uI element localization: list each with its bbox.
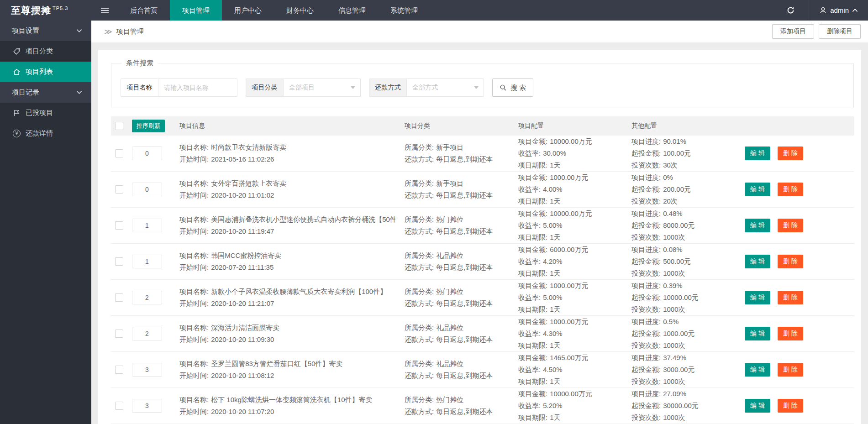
project-config-cell: 项目金额:10000.00万元 收益率:5.20% 项目期限:1天 [518,388,631,424]
field-label: 开始时间: [179,155,209,163]
field-label: 项目金额: [518,137,547,145]
delete-button[interactable]: 删 除 [778,219,803,232]
row-checkbox[interactable] [115,402,123,410]
topnav-item-dashboard[interactable]: 后台首页 [118,0,170,21]
sort-order-input[interactable] [132,219,162,232]
row-checkbox[interactable] [115,330,123,338]
project-name: 新款小个子风衣温柔收腰薄款气质大衣寄卖利润【100件】 [211,288,387,295]
chevron-up-icon [852,8,858,12]
edit-button[interactable]: 编 辑 [745,363,770,377]
sort-order-input[interactable] [132,327,162,340]
edit-button[interactable]: 编 辑 [745,219,770,232]
topnav-item-finance[interactable]: 财务中心 [274,0,326,21]
sort-order-input[interactable] [132,291,162,304]
edit-button[interactable]: 编 辑 [745,327,770,340]
edit-button[interactable]: 编 辑 [745,291,770,304]
row-checkbox[interactable] [115,293,123,302]
project-category-cell: 所属分类:热门摊位 还款方式:每日返息,到期还本 [405,394,518,418]
row-checkbox[interactable] [115,366,123,374]
sort-order-input[interactable] [132,183,162,196]
page-title: 项目管理 [116,27,144,36]
field-label: 所属分类: [405,288,434,295]
repay-method-value: 每日返息,到期还本 [436,372,493,379]
project-config-cell: 项目金额:10000.00万元 收益率:5.00% 项目期限:1天 [518,208,631,243]
field-label: 项目期限: [518,233,547,241]
project-name-group: 项目名称 [121,79,237,97]
project-category-cell: 所属分类:礼品摊位 还款方式:每日返息,到期还本 [405,322,518,345]
row-checkbox[interactable] [115,257,123,266]
row-checkbox[interactable] [115,185,123,194]
repay-method-select[interactable]: 全部方式 [407,79,484,96]
row-checkbox[interactable] [115,149,123,157]
delete-button[interactable]: 删 除 [778,363,803,377]
sort-order-input[interactable] [132,147,162,160]
sidebar-item-label: 项目分类 [26,47,53,56]
delete-button[interactable]: 删 除 [778,147,803,160]
delete-button[interactable]: 删 除 [778,399,803,413]
sort-refresh-button[interactable]: 排序刷新 [132,120,165,132]
field-label: 开始时间: [179,299,209,307]
row-actions: 编 辑 删 除 [742,363,854,377]
project-name: 女外穿百搭短款上衣寄卖 [211,179,286,187]
sort-order-input[interactable] [132,399,162,413]
refresh-icon[interactable] [773,0,809,21]
delete-button[interactable]: 删 除 [778,183,803,196]
topnav-item-info[interactable]: 信息管理 [326,0,378,21]
sidebar-item-project-records[interactable]: 项目记录 [0,82,91,103]
delete-button[interactable]: 删 除 [778,255,803,268]
field-label: 项目进度: [631,318,661,325]
min-invest-value: 8000.00元 [663,221,694,229]
row-checkbox[interactable] [115,221,123,230]
field-label: 收益率: [518,221,541,229]
amount-value: 1000.00万元 [550,318,588,325]
sidebar-item-label: 已投项目 [26,109,53,117]
search-button-label: 搜 索 [510,84,526,92]
topnav-item-users[interactable]: 用户中心 [222,0,274,21]
add-project-button[interactable]: 添加项目 [772,24,814,39]
topnav-item-projects[interactable]: 项目管理 [170,0,222,21]
sidebar-item-label: 项目记录 [12,88,39,97]
edit-button[interactable]: 编 辑 [745,399,770,413]
selected-value: 全部方式 [412,84,438,92]
select-caret-icon [474,86,479,89]
topnav-item-system[interactable]: 系统管理 [378,0,430,21]
field-label: 起投金额: [631,293,661,301]
field-label: 项目进度: [631,137,661,145]
search-row: 项目名称 项目分类 全部项目 还款方式 全部方式 [121,79,844,97]
field-label: 投资次数: [631,197,661,205]
select-all-checkbox[interactable] [115,122,123,130]
user-menu[interactable]: admin [809,0,868,21]
edit-button[interactable]: 编 辑 [745,147,770,160]
project-category-select[interactable]: 全部项目 [284,79,360,96]
sort-order-input[interactable] [132,363,162,377]
column-header-other: 其他配置 [631,122,742,130]
row-actions: 编 辑 删 除 [742,147,854,160]
sidebar-item-invested-projects[interactable]: 已投项目 [0,103,91,123]
search-button[interactable]: 搜 索 [492,79,533,97]
delete-button[interactable]: 删 除 [778,327,803,340]
project-category-cell: 所属分类:礼品摊位 还款方式:每日返息,到期还本 [405,358,518,382]
sidebar-item-project-category[interactable]: 项目分类 [0,41,91,62]
start-time: 2020-10-20 11:21:07 [211,299,274,307]
table-row: 项目名称:美国惠浦折叠洗衣机小型迷你便携式自动内衣裤分桶洗【50件】寄卖 开始时… [111,208,854,244]
sort-order-input[interactable] [132,255,162,268]
edit-button[interactable]: 编 辑 [745,255,770,268]
project-category-cell: 所属分类:热门摊位 还款方式:每日返息,到期还本 [405,286,518,309]
project-info-cell: 项目名称:圣罗兰圆管83方管烂番茄口红【50件】寄卖 开始时间:2020-10-… [179,358,405,382]
project-name: 时尚款卫衣女清新版寄卖 [211,143,286,151]
sidebar-item-project-settings[interactable]: 项目设置 [0,21,91,41]
yen-circle-icon: ¥ [13,130,21,137]
field-label: 收益率: [518,402,541,409]
project-name-input[interactable] [158,79,237,96]
rate-value: 4.50% [543,366,563,373]
delete-button[interactable]: 删 除 [778,291,803,304]
edit-button[interactable]: 编 辑 [745,183,770,196]
project-name: 深海活力清洁面膜寄卖 [211,324,279,331]
project-table: 排序刷新 项目信息 项目分类 项目配置 其他配置 项目名称:时尚款卫衣女清新版寄… [111,116,854,424]
field-label: 收益率: [518,293,541,301]
sidebar-item-project-list[interactable]: 项目列表 [0,62,91,82]
delete-project-button[interactable]: 删除项目 [819,24,861,39]
tag-icon [13,47,21,55]
sidebar-item-repayment-details[interactable]: ¥ 还款详情 [0,123,91,144]
hamburger-menu-icon[interactable] [91,0,118,21]
